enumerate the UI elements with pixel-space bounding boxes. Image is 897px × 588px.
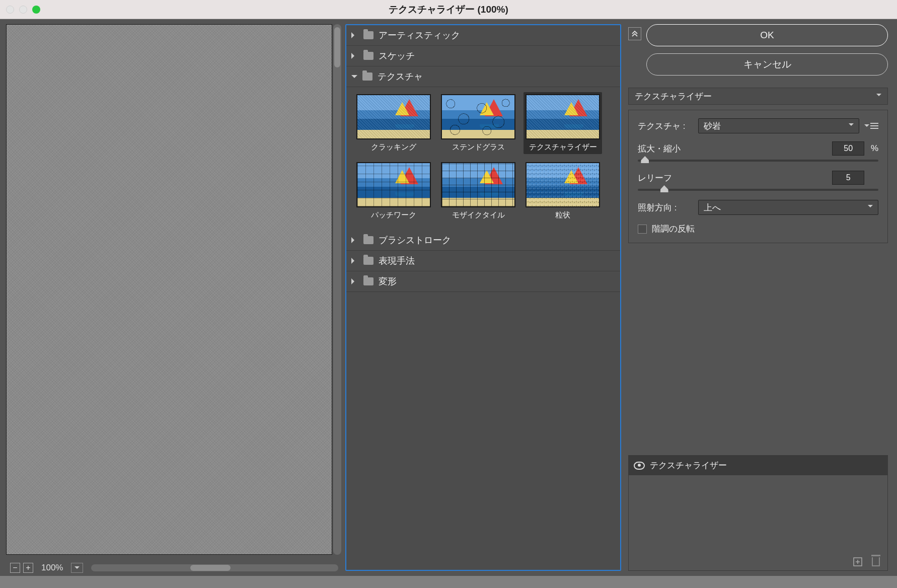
disclosure-closed-icon	[351, 237, 357, 243]
chevron-down-icon	[876, 91, 881, 101]
thumb-stained-glass[interactable]: ステンドグラス	[439, 92, 517, 154]
slider-thumb[interactable]	[660, 185, 668, 192]
invert-label: 階調の反転	[652, 223, 695, 235]
texture-select[interactable]: 砂岩	[698, 118, 859, 133]
folder-icon	[363, 257, 373, 265]
texture-flyout-button[interactable]	[864, 122, 878, 129]
folder-icon	[362, 72, 372, 81]
thumbnail-grid: クラッキング ステンドグラス テクスチャライザー	[346, 87, 620, 230]
ok-button[interactable]: OK	[646, 24, 888, 46]
thumb-image	[356, 162, 431, 207]
texture-select-value: 砂岩	[704, 120, 721, 132]
zoom-value: 100%	[36, 563, 68, 573]
category-label: 表現手法	[379, 255, 415, 267]
category-label: ブラシストローク	[379, 234, 451, 246]
zoom-in-button[interactable]: +	[23, 563, 33, 573]
thumb-image	[441, 162, 515, 207]
light-direction-label: 照射方向 :	[638, 202, 693, 213]
filter-gallery[interactable]: アーティスティック スケッチ テクスチャ クラッキング	[345, 24, 621, 571]
trash-icon	[872, 557, 880, 566]
filter-gallery-column: アーティスティック スケッチ テクスチャ クラッキング	[342, 19, 624, 576]
scale-input[interactable]	[832, 141, 864, 156]
thumb-image	[356, 94, 431, 139]
disclosure-closed-icon	[351, 32, 357, 38]
delete-effect-layer-button[interactable]	[870, 556, 881, 567]
thumb-label: パッチワーク	[371, 210, 416, 219]
hamburger-icon	[870, 123, 878, 129]
category-sketch[interactable]: スケッチ	[346, 46, 620, 66]
light-direction-value: 上へ	[704, 202, 721, 213]
zoom-dropdown[interactable]	[71, 563, 83, 573]
folder-icon	[363, 31, 373, 39]
titlebar: テクスチャライザー (100%)	[0, 0, 897, 19]
category-label: テクスチャ	[378, 70, 423, 83]
window-title: テクスチャライザー (100%)	[0, 3, 897, 16]
double-chevron-up-icon	[631, 30, 638, 37]
effect-layer-item[interactable]: テクスチャライザー	[629, 456, 887, 475]
scale-label: 拡大・縮小	[638, 143, 681, 155]
scale-unit: %	[871, 143, 878, 153]
scale-control: 拡大・縮小 %	[638, 141, 878, 162]
thumb-image	[441, 94, 515, 139]
thumb-label: テクスチャライザー	[529, 142, 597, 151]
disclosure-closed-icon	[351, 53, 357, 59]
folder-icon	[363, 236, 373, 244]
disclosure-open-icon	[351, 75, 357, 81]
scale-slider[interactable]	[638, 160, 878, 162]
category-label: スケッチ	[379, 50, 415, 62]
chevron-down-icon	[849, 121, 854, 131]
thumb-image	[526, 162, 600, 207]
category-texture[interactable]: テクスチャ	[346, 66, 620, 87]
category-distort[interactable]: 変形	[346, 271, 620, 292]
category-label: 変形	[379, 275, 397, 287]
disclosure-closed-icon	[351, 278, 357, 284]
thumb-label: モザイクタイル	[452, 210, 505, 219]
thumb-mosaic-tiles[interactable]: モザイクタイル	[439, 160, 517, 222]
scrollbar-thumb[interactable]	[334, 27, 340, 67]
collapse-gallery-button[interactable]	[628, 27, 641, 40]
filter-select-value: テクスチャライザー	[635, 91, 712, 102]
folder-icon	[363, 277, 373, 285]
category-stylize[interactable]: 表現手法	[346, 251, 620, 271]
scrollbar-thumb[interactable]	[190, 565, 231, 571]
light-direction-select[interactable]: 上へ	[698, 200, 878, 215]
plus-in-box-icon	[853, 557, 863, 567]
parameters-panel: テクスチャ : 砂岩 拡大・縮小	[628, 110, 888, 243]
invert-checkbox[interactable]	[638, 225, 647, 234]
chevron-down-icon	[868, 202, 873, 212]
thumb-label: クラッキング	[371, 142, 416, 151]
category-artistic[interactable]: アーティスティック	[346, 25, 620, 46]
relief-input[interactable]	[832, 171, 864, 185]
thumb-label: ステンドグラス	[452, 142, 505, 151]
slider-thumb[interactable]	[641, 156, 649, 163]
thumb-texturizer[interactable]: テクスチャライザー	[524, 92, 602, 154]
thumb-patchwork[interactable]: パッチワーク	[354, 160, 433, 222]
thumb-image	[526, 94, 600, 139]
category-brush-strokes[interactable]: ブラシストローク	[346, 230, 620, 251]
relief-control: レリーフ %	[638, 171, 878, 191]
preview-vertical-scrollbar[interactable]	[333, 24, 341, 555]
preview-column: − + 100%	[0, 19, 342, 576]
texture-label: テクスチャ :	[638, 120, 693, 132]
chevron-down-icon	[864, 124, 869, 129]
thumb-grain[interactable]: 粒状	[524, 160, 602, 222]
zoom-bar: − + 100%	[6, 560, 342, 576]
relief-label: レリーフ	[638, 172, 672, 184]
category-label: アーティスティック	[379, 29, 460, 41]
folder-icon	[363, 52, 373, 60]
relief-slider[interactable]	[638, 189, 878, 191]
workspace: − + 100% アーティスティック スケッチ テ	[0, 19, 897, 576]
preview-canvas[interactable]	[6, 24, 332, 555]
preview-horizontal-scrollbar[interactable]	[91, 564, 338, 571]
effect-layer-label: テクスチャライザー	[650, 460, 727, 471]
disclosure-closed-icon	[351, 258, 357, 264]
new-effect-layer-button[interactable]	[852, 556, 863, 567]
filter-select[interactable]: テクスチャライザー	[628, 88, 888, 105]
thumb-label: 粒状	[555, 210, 570, 219]
effect-layers-panel: テクスチャライザー	[628, 455, 888, 571]
zoom-out-button[interactable]: −	[10, 563, 20, 573]
thumb-craquelure[interactable]: クラッキング	[354, 92, 433, 154]
visibility-eye-icon[interactable]	[634, 462, 645, 470]
controls-column: OK キャンセル テクスチャライザー テクスチャ : 砂岩	[624, 19, 897, 576]
cancel-button[interactable]: キャンセル	[646, 53, 888, 76]
